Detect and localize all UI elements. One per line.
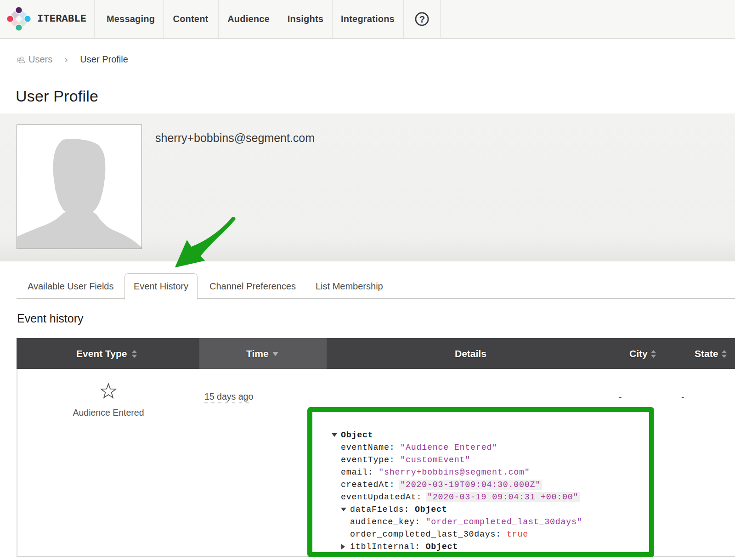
svg-text:?: ? [419,14,425,24]
